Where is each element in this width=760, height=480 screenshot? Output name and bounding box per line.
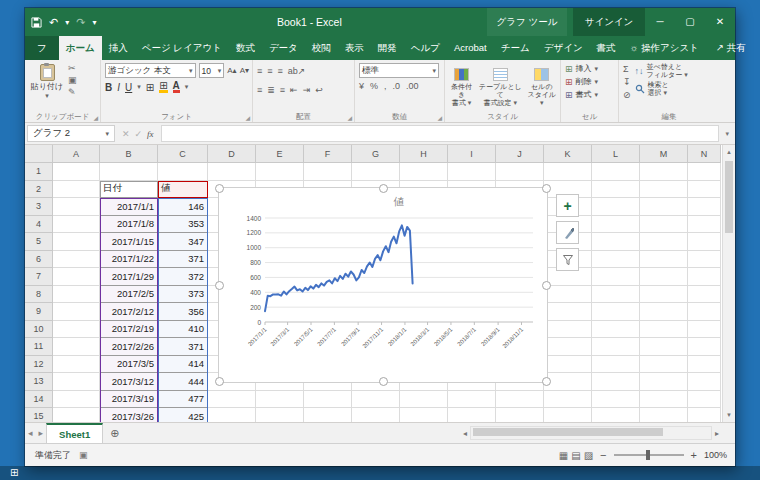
dialog-launcher-icon[interactable]: ◢ bbox=[437, 114, 442, 121]
zoom-out-icon[interactable]: − bbox=[600, 449, 606, 461]
prev-sheet-icon[interactable]: ◂ bbox=[25, 423, 36, 443]
tab-チーム[interactable]: チーム bbox=[494, 36, 537, 60]
cell-N8[interactable] bbox=[688, 286, 721, 304]
chart-handle[interactable] bbox=[215, 377, 224, 386]
cell-M13[interactable] bbox=[640, 373, 688, 391]
cell-M12[interactable] bbox=[640, 356, 688, 374]
paste-button[interactable]: 貼り付け ▾ bbox=[29, 63, 65, 100]
cell-N14[interactable] bbox=[688, 391, 721, 409]
number-format-combo[interactable]: 標準▾ bbox=[359, 63, 439, 78]
zoom-in-icon[interactable]: + bbox=[691, 449, 697, 461]
cell-L5[interactable] bbox=[592, 233, 640, 251]
row-header-6[interactable]: 6 bbox=[25, 251, 53, 269]
cell-F1[interactable] bbox=[304, 163, 352, 181]
cell-M9[interactable] bbox=[640, 303, 688, 321]
cell-D15[interactable] bbox=[208, 408, 256, 422]
cell-M7[interactable] bbox=[640, 268, 688, 286]
cell-M15[interactable] bbox=[640, 408, 688, 422]
column-header-N[interactable]: N bbox=[688, 145, 721, 163]
tab-デザイン[interactable]: デザイン bbox=[537, 36, 590, 60]
cell-styles-button[interactable]: セルの スタイル ▾ bbox=[527, 68, 557, 107]
cell-C1[interactable] bbox=[158, 163, 208, 181]
decrease-indent-icon[interactable]: ⇤ bbox=[290, 84, 298, 97]
chart-handle[interactable] bbox=[215, 184, 224, 193]
row-header-5[interactable]: 5 bbox=[25, 233, 53, 251]
cell-N13[interactable] bbox=[688, 373, 721, 391]
cell-F14[interactable] bbox=[304, 391, 352, 409]
scrollbar-thumb[interactable] bbox=[473, 428, 663, 436]
currency-icon[interactable]: ¥ bbox=[359, 81, 364, 91]
percent-icon[interactable]: % bbox=[370, 81, 378, 91]
format-painter-icon[interactable]: ✎ bbox=[68, 87, 77, 98]
sheet-tab-sheet1[interactable]: Sheet1 bbox=[46, 423, 103, 443]
scroll-left-icon[interactable]: ◂ bbox=[460, 429, 470, 438]
cell-H14[interactable] bbox=[400, 391, 448, 409]
name-box[interactable]: グラフ 2▾ bbox=[27, 125, 115, 142]
cell-N15[interactable] bbox=[688, 408, 721, 422]
cell-A13[interactable] bbox=[53, 373, 100, 391]
cell-A1[interactable] bbox=[53, 163, 100, 181]
increase-font-icon[interactable]: A▴ bbox=[227, 66, 236, 75]
cell-I15[interactable] bbox=[448, 408, 496, 422]
cut-icon[interactable]: ✂ bbox=[68, 63, 77, 74]
next-sheet-icon[interactable]: ▸ bbox=[36, 423, 47, 443]
cell-G15[interactable] bbox=[352, 408, 400, 422]
cell-N6[interactable] bbox=[688, 251, 721, 269]
cell-A14[interactable] bbox=[53, 391, 100, 409]
zoom-slider[interactable] bbox=[614, 454, 684, 456]
cancel-icon[interactable]: ✕ bbox=[122, 129, 130, 139]
cell-B1[interactable] bbox=[100, 163, 158, 181]
cell-J15[interactable] bbox=[496, 408, 544, 422]
cell-H1[interactable] bbox=[400, 163, 448, 181]
dialog-launcher-icon[interactable]: ◢ bbox=[93, 114, 98, 121]
dialog-launcher-icon[interactable]: ◢ bbox=[347, 114, 352, 121]
tab-ホーム[interactable]: ホーム bbox=[59, 36, 102, 60]
column-header-I[interactable]: I bbox=[448, 145, 496, 163]
chart-handle[interactable] bbox=[542, 184, 551, 193]
row-header-10[interactable]: 10 bbox=[25, 321, 53, 339]
new-sheet-icon[interactable]: ⊕ bbox=[103, 423, 126, 443]
column-header-D[interactable]: D bbox=[208, 145, 256, 163]
chart-filters-button[interactable] bbox=[556, 248, 579, 271]
cell-N4[interactable] bbox=[688, 216, 721, 234]
column-header-G[interactable]: G bbox=[352, 145, 400, 163]
clear-icon[interactable]: ⊘ bbox=[623, 89, 631, 101]
cell-D1[interactable] bbox=[208, 163, 256, 181]
redo-icon[interactable]: ↷ bbox=[76, 16, 85, 29]
decrease-decimal-icon[interactable]: .00 bbox=[406, 81, 419, 91]
cell-N7[interactable] bbox=[688, 268, 721, 286]
cell-L13[interactable] bbox=[592, 373, 640, 391]
formula-bar-expand-icon[interactable]: ▾ bbox=[721, 130, 733, 138]
cell-A4[interactable] bbox=[53, 216, 100, 234]
align-right-icon[interactable]: ≡ bbox=[280, 84, 285, 97]
cell-M1[interactable] bbox=[640, 163, 688, 181]
column-header-A[interactable]: A bbox=[53, 145, 100, 163]
cell-N11[interactable] bbox=[688, 338, 721, 356]
cell-G1[interactable] bbox=[352, 163, 400, 181]
cell-M10[interactable] bbox=[640, 321, 688, 339]
sign-in-button[interactable]: サインイン bbox=[573, 8, 645, 36]
cell-N2[interactable] bbox=[688, 181, 721, 199]
cell-K8[interactable] bbox=[544, 286, 592, 304]
category-range-outline[interactable] bbox=[100, 198, 158, 422]
cell-L7[interactable] bbox=[592, 268, 640, 286]
column-header-E[interactable]: E bbox=[256, 145, 304, 163]
italic-button[interactable]: I bbox=[117, 82, 120, 93]
cell-F15[interactable] bbox=[304, 408, 352, 422]
format-as-table-button[interactable]: テーブルとして 書式設定 ▾ bbox=[478, 68, 523, 107]
cell-A12[interactable] bbox=[53, 356, 100, 374]
chart-handle[interactable] bbox=[379, 184, 388, 193]
cell-K9[interactable] bbox=[544, 303, 592, 321]
cell-L4[interactable] bbox=[592, 216, 640, 234]
undo-icon[interactable]: ↶ bbox=[49, 16, 58, 29]
cell-A11[interactable] bbox=[53, 338, 100, 356]
decrease-font-icon[interactable]: A▾ bbox=[240, 66, 249, 75]
cell-M14[interactable] bbox=[640, 391, 688, 409]
row-header-4[interactable]: 4 bbox=[25, 216, 53, 234]
scroll-right-icon[interactable]: ▸ bbox=[712, 429, 722, 438]
orientation-icon[interactable]: ab↗ bbox=[288, 65, 306, 78]
row-header-12[interactable]: 12 bbox=[25, 356, 53, 374]
zoom-level[interactable]: 100% bbox=[704, 450, 727, 460]
cell-M5[interactable] bbox=[640, 233, 688, 251]
align-center-icon[interactable]: ≣ bbox=[267, 84, 275, 97]
